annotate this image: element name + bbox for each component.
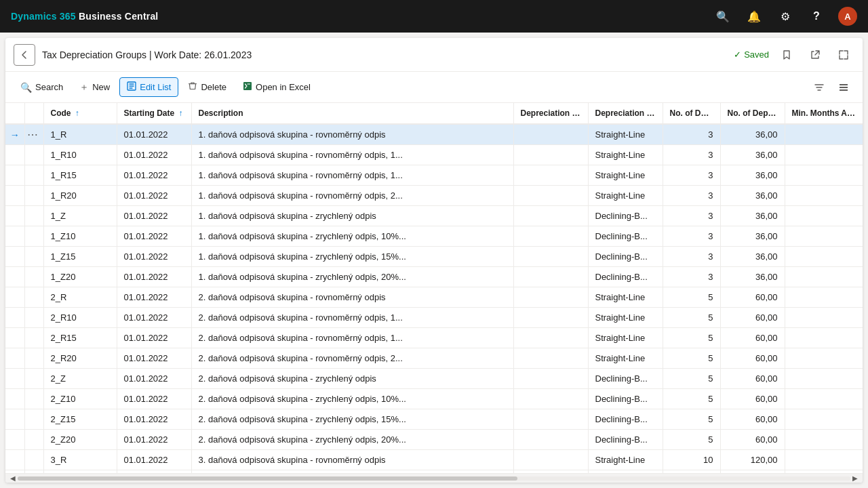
cell-depreciation-group — [513, 409, 588, 430]
cell-dep-months: 60,00 — [720, 348, 785, 369]
th-dep-months[interactable]: No. of Depreciation Months — [720, 103, 785, 124]
table-row[interactable]: 3_R01.01.20223. daňová odpisová skupina … — [5, 450, 863, 470]
row-arrow-indicator — [5, 267, 24, 287]
table-row[interactable]: 2_R1001.01.20222. daňová odpisová skupin… — [5, 308, 863, 328]
bookmark-icon[interactable] — [776, 44, 797, 66]
cell-dep-months: 120,00 — [720, 450, 785, 470]
cell-starting-date: 01.01.2022 — [117, 308, 191, 328]
table-row[interactable]: 1_Z01.01.20221. daňová odpisová skupina … — [5, 206, 863, 226]
cell-depreciation-type: Straight-Line — [588, 470, 663, 474]
edit-list-button[interactable]: Edit List — [119, 77, 178, 97]
scroll-track[interactable] — [18, 476, 850, 481]
cell-dep-months: 60,00 — [720, 369, 785, 389]
horizontal-scrollbar[interactable]: ◀ ▶ — [5, 473, 863, 483]
open-excel-button[interactable]: Open in Excel — [236, 78, 317, 96]
cell-min-months — [785, 287, 863, 308]
settings-icon[interactable]: ⚙ — [776, 7, 795, 26]
table-row[interactable]: 1_Z1001.01.20221. daňová odpisová skupin… — [5, 226, 863, 247]
expand-icon[interactable] — [833, 44, 854, 66]
row-context-menu-button[interactable]: ⋯ — [25, 127, 40, 142]
th-dep-years[interactable]: No. of Depreciation Years — [663, 103, 720, 124]
cell-min-months — [785, 470, 863, 474]
cell-description: 2. daňová odpisová skupina - rovnoměrný … — [191, 287, 513, 308]
open-excel-label: Open in Excel — [256, 82, 311, 92]
th-code[interactable]: Code ↑ — [43, 103, 117, 124]
scroll-left-arrow[interactable]: ◀ — [8, 474, 18, 483]
cell-starting-date: 01.01.2022 — [117, 226, 191, 247]
table-row[interactable]: 1_R2001.01.20221. daňová odpisová skupin… — [5, 186, 863, 206]
table-row[interactable]: 1_Z1501.01.20221. daňová odpisová skupin… — [5, 247, 863, 267]
cell-dep-months: 60,00 — [720, 430, 785, 450]
cell-starting-date: 01.01.2022 — [117, 145, 191, 165]
cell-depreciation-type: Declining-B... — [588, 247, 663, 267]
cell-starting-date: 01.01.2022 — [117, 430, 191, 450]
cell-depreciation-group — [513, 226, 588, 247]
cell-min-months — [785, 186, 863, 206]
table-row[interactable]: 2_Z1001.01.20222. daňová odpisová skupin… — [5, 389, 863, 409]
table-row[interactable]: 1_R1001.01.20221. daňová odpisová skupin… — [5, 145, 863, 165]
plus-icon: ＋ — [79, 81, 89, 94]
global-search-icon[interactable]: 🔍 — [713, 7, 732, 26]
row-arrow-indicator — [5, 308, 24, 328]
delete-label: Delete — [201, 82, 226, 92]
data-table: Code ↑ Starting Date ↑ Description Depre… — [5, 103, 863, 473]
table-row[interactable]: 1_Z2001.01.20221. daňová odpisová skupin… — [5, 267, 863, 287]
cell-code: 1_Z20 — [43, 267, 117, 287]
th-row-menu — [24, 103, 43, 124]
cell-min-months — [785, 206, 863, 226]
th-dep-type[interactable]: Depreciation Type — [588, 103, 663, 124]
th-min-months[interactable]: Min. Months After Appreciation — [785, 103, 863, 124]
cell-dep-years: 5 — [663, 287, 720, 308]
th-starting-date-label: Starting Date — [124, 108, 175, 118]
cell-description: 3. daňová odpisová skupina - rovnoměrný … — [191, 470, 513, 474]
th-dep-months-label: No. of Depreciation Months — [728, 108, 785, 118]
back-button[interactable] — [14, 44, 35, 66]
table-row[interactable]: 2_Z2001.01.20222. daňová odpisová skupin… — [5, 430, 863, 450]
table-row[interactable]: 2_R2001.01.20222. daňová odpisová skupin… — [5, 348, 863, 369]
notifications-icon[interactable]: 🔔 — [745, 7, 764, 26]
table-row[interactable]: 2_Z1501.01.20222. daňová odpisová skupin… — [5, 409, 863, 430]
th-starting-date[interactable]: Starting Date ↑ — [117, 103, 191, 124]
th-dep-group[interactable]: Depreciation Group — [513, 103, 588, 124]
cell-min-months — [785, 165, 863, 186]
help-icon[interactable]: ? — [807, 7, 826, 26]
search-button[interactable]: 🔍 Search — [14, 79, 70, 96]
cell-description: 1. daňová odpisová skupina - zrychlený o… — [191, 247, 513, 267]
cell-description: 1. daňová odpisová skupina - rovnoměrný … — [191, 124, 513, 145]
cell-depreciation-group — [513, 145, 588, 165]
toolbar-right-actions — [808, 77, 854, 98]
row-arrow-indicator — [5, 328, 24, 348]
row-arrow-indicator — [5, 287, 24, 308]
filter-icon[interactable] — [808, 77, 830, 98]
share-icon[interactable] — [804, 44, 826, 66]
delete-button[interactable]: Delete — [181, 78, 233, 96]
data-table-container[interactable]: Code ↑ Starting Date ↑ Description Depre… — [5, 103, 863, 473]
cell-description: 2. daňová odpisová skupina - zrychlený o… — [191, 389, 513, 409]
table-row[interactable]: 1_R1501.01.20221. daňová odpisová skupin… — [5, 165, 863, 186]
new-button[interactable]: ＋ New — [73, 78, 117, 97]
scroll-right-arrow[interactable]: ▶ — [850, 474, 860, 483]
cell-depreciation-group — [513, 287, 588, 308]
avatar[interactable]: A — [838, 7, 857, 26]
cell-description: 2. daňová odpisová skupina - rovnoměrný … — [191, 348, 513, 369]
cell-starting-date: 01.01.2022 — [117, 348, 191, 369]
column-layout-icon[interactable] — [833, 77, 854, 98]
th-description[interactable]: Description — [191, 103, 513, 124]
cell-description: 1. daňová odpisová skupina - zrychlený o… — [191, 226, 513, 247]
cell-code: 3_R — [43, 450, 117, 470]
cell-dep-months: 36,00 — [720, 124, 785, 145]
cell-dep-years: 5 — [663, 348, 720, 369]
cell-starting-date: 01.01.2022 — [117, 389, 191, 409]
table-row[interactable]: 3_R1001.01.20223. daňová odpisová skupin… — [5, 470, 863, 474]
table-row[interactable]: 2_R01.01.20222. daňová odpisová skupina … — [5, 287, 863, 308]
cell-depreciation-group — [513, 389, 588, 409]
cell-dep-months: 60,00 — [720, 409, 785, 430]
table-row[interactable]: 2_Z01.01.20222. daňová odpisová skupina … — [5, 369, 863, 389]
cell-dep-months: 36,00 — [720, 267, 785, 287]
cell-description: 1. daňová odpisová skupina - rovnoměrný … — [191, 145, 513, 165]
cell-depreciation-type: Straight-Line — [588, 165, 663, 186]
table-row[interactable]: 2_R1501.01.20222. daňová odpisová skupin… — [5, 328, 863, 348]
cell-starting-date: 01.01.2022 — [117, 409, 191, 430]
scroll-thumb[interactable] — [18, 476, 517, 481]
table-row[interactable]: →⋯1_R01.01.20221. daňová odpisová skupin… — [5, 124, 863, 145]
